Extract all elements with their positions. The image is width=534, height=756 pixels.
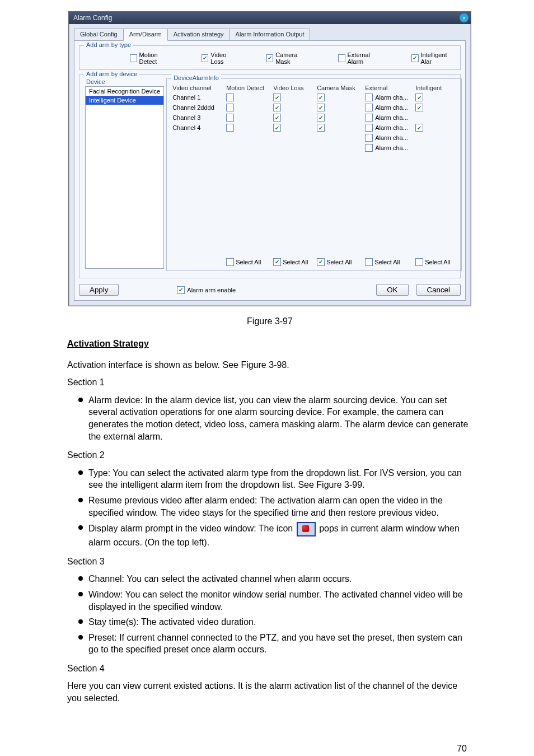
chk-label: Intelligent Alar: [421, 52, 455, 65]
col-external: External: [365, 85, 415, 91]
tab-label: Global Config: [80, 31, 118, 38]
chk-video-loss[interactable]: Video Loss: [202, 52, 237, 65]
sa-label: Select All: [425, 259, 450, 265]
tab-arm-disarm[interactable]: Arm/Disarm: [123, 29, 168, 41]
list-item: Stay time(s): The activated video durati…: [67, 616, 472, 632]
col-motion-detect: Motion Detect: [226, 85, 273, 91]
group-title: DeviceAlarmInfo: [171, 74, 221, 81]
list-item: Channel: You can select the activated ch…: [67, 573, 472, 589]
section2-list: Type: You can select the activated alarm…: [67, 467, 472, 552]
ext-label: Alarm cha...: [375, 114, 408, 121]
select-all-md[interactable]: Select All: [226, 258, 273, 266]
chk-label: External Alarm: [348, 52, 383, 65]
tab-bar: Global Config Arm/Disarm Activation stra…: [74, 29, 466, 41]
cb-ext[interactable]: Alarm cha...: [365, 144, 415, 152]
section4-text: Here you can view current existed action…: [67, 680, 472, 704]
select-all-ext[interactable]: Select All: [365, 258, 415, 266]
ext-label: Alarm cha...: [375, 134, 408, 141]
cb-intl[interactable]: [415, 94, 423, 101]
cb-intl[interactable]: [415, 124, 423, 132]
cb-vl[interactable]: [273, 124, 281, 132]
ext-label: Alarm cha...: [375, 124, 408, 131]
sa-label: Select All: [283, 259, 308, 265]
section1-label: Section 1: [67, 376, 472, 389]
chk-alarm-arm-enable[interactable]: Alarm arm enable: [177, 286, 236, 294]
alarm-prompt-icon: [297, 522, 316, 536]
chk-camera-mask[interactable]: Camera Mask: [266, 52, 309, 65]
col-video-channel: Video channel: [172, 85, 226, 91]
heading-activation-strategy: Activation Strategy: [67, 338, 472, 350]
page-number: 70: [457, 744, 467, 754]
ext-label: Alarm cha...: [375, 104, 408, 111]
intro-text: Activation interface is shown as below. …: [67, 359, 472, 371]
cb-md[interactable]: [226, 114, 234, 122]
apply-button[interactable]: Apply: [79, 284, 119, 296]
group-title: Add arm by device: [84, 71, 139, 77]
chk-motion-detect[interactable]: Motion Detect: [130, 52, 172, 65]
cb-vl[interactable]: [273, 114, 281, 122]
select-all-cm[interactable]: Select All: [317, 258, 365, 266]
cb-cm[interactable]: [317, 94, 325, 101]
col-video-loss: Video Loss: [273, 85, 317, 91]
tab-alarm-info-output[interactable]: Alarm Information Output: [229, 29, 311, 41]
select-all-intl[interactable]: Select All: [415, 258, 456, 266]
cb-ext[interactable]: Alarm cha...: [365, 124, 415, 132]
chk-label: Camera Mask: [275, 52, 309, 65]
section1-list: Alarm device: In the alarm device list, …: [67, 394, 472, 446]
close-icon[interactable]: ×: [460, 13, 469, 22]
col-camera-mask: Camera Mask: [317, 85, 365, 91]
select-all-vl[interactable]: Select All: [273, 258, 317, 266]
section3-list: Channel: You can select the activated ch…: [67, 573, 472, 659]
ext-label: Alarm cha...: [375, 144, 408, 151]
section2-label: Section 2: [67, 449, 472, 461]
device-item[interactable]: Intelligent Device: [86, 96, 163, 105]
cb-md[interactable]: [226, 94, 234, 101]
cb-cm[interactable]: [317, 114, 325, 122]
list-item: Alarm device: In the alarm device list, …: [67, 394, 472, 446]
chk-label: Video Loss: [210, 52, 237, 65]
group-title: Add arm by type: [84, 41, 133, 48]
list-item: Type: You can select the activated alarm…: [67, 467, 472, 494]
group-arm-by-device: Add arm by device Device Facial Recognit…: [79, 74, 461, 278]
cb-vl[interactable]: [273, 94, 281, 101]
cb-ext[interactable]: Alarm cha...: [365, 114, 415, 122]
list-item: Display alarm prompt in the video window…: [67, 522, 472, 552]
device-item[interactable]: Facial Recognition Device: [86, 87, 163, 96]
dialog-bottom-bar: Apply Alarm arm enable OK Cancel: [79, 284, 461, 296]
cb-md[interactable]: [226, 104, 234, 111]
cb-md[interactable]: [226, 124, 234, 132]
col-intelligent: Intelligent: [415, 85, 456, 91]
cb-ext[interactable]: Alarm cha...: [365, 104, 415, 111]
row-channel-label: Channel 4: [172, 124, 226, 132]
sa-label: Select All: [374, 259, 400, 265]
cb-cm[interactable]: [317, 124, 325, 132]
cb-vl[interactable]: [273, 104, 281, 111]
ok-button[interactable]: OK: [376, 284, 408, 296]
tab-activation-strategy[interactable]: Activation strategy: [167, 29, 230, 41]
tab-label: Arm/Disarm: [129, 31, 162, 38]
section4-label: Section 4: [67, 662, 472, 675]
tab-global-config[interactable]: Global Config: [74, 29, 124, 41]
alarm-matrix: Video channel Motion Detect Video Loss C…: [172, 85, 456, 152]
alarm-config-dialog: Alarm Config × Global Config Arm/Disarm …: [68, 11, 471, 306]
chk-label: Alarm arm enable: [187, 287, 236, 293]
dialog-title: Alarm Config: [73, 14, 112, 22]
chk-external-alarm[interactable]: External Alarm: [338, 52, 382, 65]
chk-label: Motion Detect: [139, 52, 172, 65]
section3-label: Section 3: [67, 556, 472, 568]
chk-intelligent-alarm[interactable]: Intelligent Alar: [411, 52, 455, 65]
cb-ext[interactable]: Alarm cha...: [365, 134, 415, 142]
cb-cm[interactable]: [317, 104, 325, 111]
sa-label: Select All: [236, 259, 261, 265]
list-item: Window: You can select the monitor windo…: [67, 589, 472, 616]
cb-intl[interactable]: [415, 104, 423, 111]
device-list: Facial Recognition Device Intelligent De…: [85, 86, 164, 269]
ext-label: Alarm cha...: [375, 94, 408, 101]
dialog-titlebar: Alarm Config ×: [69, 12, 471, 24]
row-channel-label: Channel 1: [172, 94, 226, 101]
cancel-button[interactable]: Cancel: [416, 284, 461, 296]
tab-label: Activation strategy: [174, 31, 224, 38]
tab-label: Alarm Information Output: [236, 31, 305, 38]
text-fragment: Display alarm prompt in the video window…: [88, 524, 293, 533]
cb-ext[interactable]: Alarm cha...: [365, 94, 415, 101]
